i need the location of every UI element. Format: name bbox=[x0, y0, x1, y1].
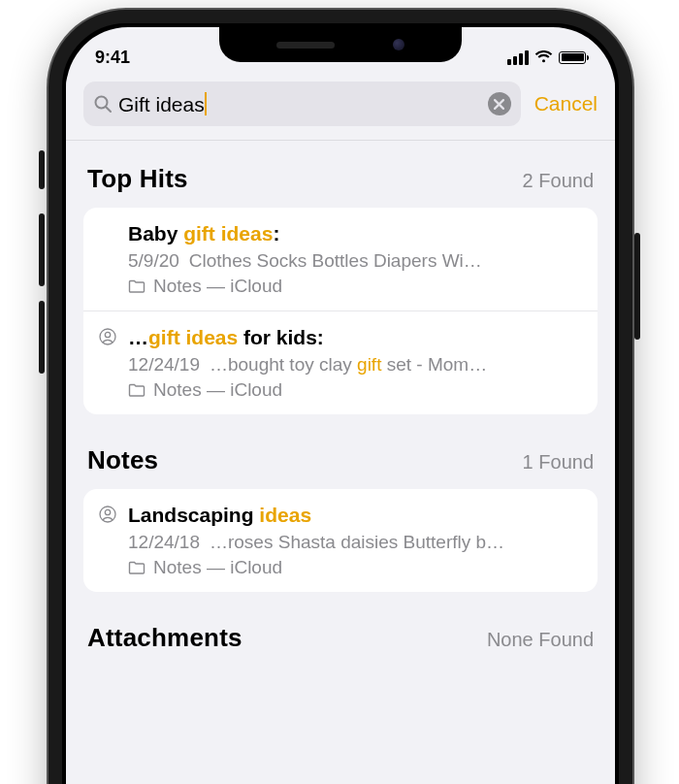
folder-icon bbox=[128, 561, 146, 574]
clear-icon[interactable] bbox=[488, 92, 511, 115]
search-text: Gift ideas bbox=[118, 92, 488, 116]
status-time: 9:41 bbox=[95, 48, 130, 68]
section-header-tophits: Top Hits 2 Found bbox=[66, 141, 615, 208]
power-button[interactable] bbox=[634, 233, 640, 340]
search-input[interactable]: Gift ideas bbox=[83, 82, 521, 126]
svg-line-1 bbox=[106, 107, 111, 112]
status-indicators bbox=[507, 50, 586, 65]
svg-point-4 bbox=[100, 506, 115, 522]
cellular-icon bbox=[507, 50, 529, 65]
screen: 9:41 Gift ideas Cancel Top H bbox=[66, 27, 615, 784]
note-title: Landscaping ideas bbox=[128, 503, 582, 528]
section-title: Top Hits bbox=[87, 164, 188, 194]
volume-up-button[interactable] bbox=[39, 213, 45, 286]
note-title: …gift ideas for kids: bbox=[128, 325, 582, 350]
tophits-card: Baby gift ideas: 5/9/20Clothes Socks Bot… bbox=[83, 208, 598, 414]
note-folder: Notes — iCloud bbox=[128, 276, 582, 297]
section-count: 1 Found bbox=[523, 451, 594, 474]
note-title: Baby gift ideas: bbox=[128, 221, 582, 246]
note-preview: 12/24/18…roses Shasta daisies Butterfly … bbox=[128, 530, 582, 555]
note-preview: 12/24/19…bought toy clay gift set - Mom… bbox=[128, 352, 582, 377]
folder-icon bbox=[128, 383, 146, 397]
svg-point-3 bbox=[105, 332, 110, 337]
shared-indicator bbox=[99, 503, 120, 578]
note-folder: Notes — iCloud bbox=[128, 379, 582, 401]
svg-point-5 bbox=[105, 509, 110, 514]
front-camera bbox=[393, 39, 404, 50]
notch bbox=[219, 27, 462, 62]
person-icon bbox=[99, 328, 116, 345]
phone-frame: 9:41 Gift ideas Cancel Top H bbox=[48, 10, 632, 784]
section-title: Notes bbox=[87, 445, 158, 475]
results[interactable]: Top Hits 2 Found Baby gift ideas: 5/9/20… bbox=[66, 141, 615, 667]
section-count: 2 Found bbox=[523, 170, 594, 192]
section-header-notes: Notes 1 Found bbox=[66, 414, 615, 489]
person-icon bbox=[99, 506, 116, 523]
section-title: Attachments bbox=[87, 623, 242, 653]
note-result[interactable]: …gift ideas for kids: 12/24/19…bought to… bbox=[83, 310, 598, 414]
earpiece bbox=[276, 42, 335, 49]
battery-icon bbox=[559, 51, 586, 64]
text-caret bbox=[205, 92, 207, 115]
search-value: Gift ideas bbox=[118, 93, 205, 115]
section-header-attachments: Attachments None Found bbox=[66, 592, 615, 667]
note-preview: 5/9/20Clothes Socks Bottles Diapers Wi… bbox=[128, 248, 582, 274]
volume-down-button[interactable] bbox=[39, 301, 45, 374]
silence-switch[interactable] bbox=[39, 150, 45, 189]
folder-icon bbox=[128, 279, 146, 293]
search-icon bbox=[93, 94, 113, 114]
search-bar: Gift ideas Cancel bbox=[66, 78, 615, 141]
section-count: None Found bbox=[487, 629, 594, 651]
note-folder: Notes — iCloud bbox=[128, 557, 582, 578]
note-result[interactable]: Baby gift ideas: 5/9/20Clothes Socks Bot… bbox=[83, 208, 598, 310]
cancel-button[interactable]: Cancel bbox=[534, 92, 598, 115]
shared-indicator bbox=[99, 221, 120, 297]
note-result[interactable]: Landscaping ideas 12/24/18…roses Shasta … bbox=[83, 489, 598, 592]
wifi-icon bbox=[534, 50, 553, 64]
shared-indicator bbox=[99, 325, 120, 401]
svg-point-2 bbox=[100, 329, 115, 344]
notes-card: Landscaping ideas 12/24/18…roses Shasta … bbox=[83, 489, 598, 592]
